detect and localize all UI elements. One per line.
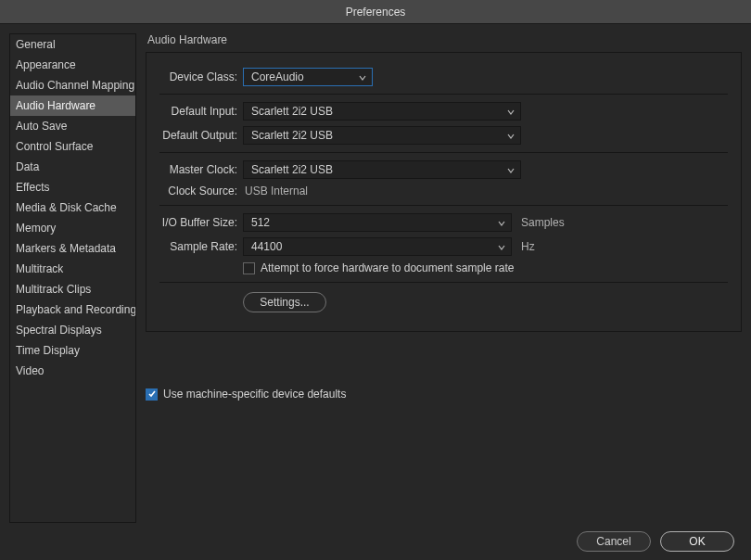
category-sidebar: GeneralAppearanceAudio Channel MappingAu… — [9, 33, 136, 523]
ok-button[interactable]: OK — [660, 531, 734, 552]
master-clock-row: Master Clock: Scarlett 2i2 USB — [159, 160, 728, 179]
sidebar-item[interactable]: Auto Save — [10, 116, 135, 136]
chevron-down-icon — [507, 108, 515, 116]
window-title: Preferences — [346, 6, 406, 19]
clock-source-label: Clock Source: — [159, 185, 237, 197]
content-area: GeneralAppearanceAudio Channel MappingAu… — [0, 24, 751, 523]
sidebar-item[interactable]: Multitrack Clips — [10, 279, 135, 299]
sidebar-item[interactable]: Playback and Recording — [10, 299, 135, 320]
default-input-row: Default Input: Scarlett 2i2 USB — [159, 102, 728, 121]
section-title: Audio Hardware — [146, 33, 742, 46]
sidebar-item[interactable]: Markers & Metadata — [10, 238, 135, 259]
settings-button[interactable]: Settings... — [243, 292, 326, 312]
chevron-down-icon — [498, 244, 505, 251]
chevron-down-icon — [507, 133, 515, 140]
sidebar-item[interactable]: Multitrack — [10, 259, 135, 279]
io-buffer-label: I/O Buffer Size: — [159, 216, 237, 229]
default-input-select[interactable]: Scarlett 2i2 USB — [243, 102, 521, 121]
default-input-label: Default Input: — [159, 105, 237, 118]
default-output-select[interactable]: Scarlett 2i2 USB — [243, 126, 521, 145]
sidebar-item[interactable]: Audio Hardware — [10, 95, 135, 116]
default-input-value: Scarlett 2i2 USB — [251, 105, 333, 118]
footer: Cancel OK — [0, 523, 751, 560]
sample-rate-select[interactable]: 44100 — [243, 237, 512, 256]
default-output-value: Scarlett 2i2 USB — [251, 129, 333, 142]
machine-defaults-label: Use machine-specific device defaults — [163, 388, 346, 401]
divider — [159, 94, 728, 95]
master-clock-select[interactable]: Scarlett 2i2 USB — [243, 160, 521, 179]
force-hw-row: Attempt to force hardware to document sa… — [243, 261, 728, 274]
default-output-label: Default Output: — [159, 129, 237, 142]
force-hw-checkbox[interactable] — [243, 262, 255, 274]
main-panel: Audio Hardware Device Class: CoreAudio D… — [146, 33, 742, 523]
sample-rate-label: Sample Rate: — [159, 240, 237, 253]
device-class-value: CoreAudio — [251, 70, 304, 83]
sidebar-item[interactable]: Audio Channel Mapping — [10, 75, 135, 95]
io-buffer-value: 512 — [251, 216, 270, 229]
sidebar-item[interactable]: Control Surface — [10, 136, 135, 157]
sidebar-item[interactable]: Video — [10, 361, 135, 381]
divider — [159, 205, 728, 206]
sidebar-item[interactable]: Data — [10, 157, 135, 177]
sidebar-item[interactable]: Effects — [10, 177, 135, 197]
clock-source-row: Clock Source: USB Internal — [159, 185, 728, 197]
cancel-button[interactable]: Cancel — [577, 531, 651, 552]
divider — [159, 152, 728, 153]
master-clock-value: Scarlett 2i2 USB — [251, 163, 333, 176]
master-clock-label: Master Clock: — [159, 163, 237, 176]
sidebar-item[interactable]: General — [10, 34, 135, 55]
force-hw-label: Attempt to force hardware to document sa… — [261, 261, 514, 274]
sidebar-item[interactable]: Memory — [10, 218, 135, 238]
default-output-row: Default Output: Scarlett 2i2 USB — [159, 126, 728, 145]
io-buffer-unit: Samples — [521, 216, 565, 229]
sidebar-item[interactable]: Appearance — [10, 55, 135, 75]
io-buffer-row: I/O Buffer Size: 512 Samples — [159, 213, 728, 232]
sample-rate-value: 44100 — [251, 240, 282, 253]
machine-defaults-row: Use machine-specific device defaults — [146, 388, 742, 401]
titlebar: Preferences — [0, 0, 751, 24]
device-class-label: Device Class: — [159, 70, 237, 83]
settings-btn-row: Settings... — [159, 292, 728, 312]
sample-rate-row: Sample Rate: 44100 Hz — [159, 237, 728, 256]
settings-panel: Device Class: CoreAudio Default Input: S… — [146, 52, 742, 332]
chevron-down-icon — [507, 167, 515, 174]
sidebar-item[interactable]: Time Display — [10, 340, 135, 361]
sample-rate-unit: Hz — [521, 240, 535, 253]
io-buffer-select[interactable]: 512 — [243, 213, 512, 232]
chevron-down-icon — [498, 220, 505, 227]
sidebar-item[interactable]: Spectral Displays — [10, 320, 135, 340]
divider — [159, 282, 728, 283]
machine-defaults-checkbox[interactable] — [146, 388, 158, 401]
device-class-select[interactable]: CoreAudio — [243, 68, 373, 86]
clock-source-value: USB Internal — [243, 185, 308, 197]
sidebar-item[interactable]: Media & Disk Cache — [10, 197, 135, 218]
chevron-down-icon — [359, 74, 366, 82]
device-class-row: Device Class: CoreAudio — [159, 68, 728, 86]
